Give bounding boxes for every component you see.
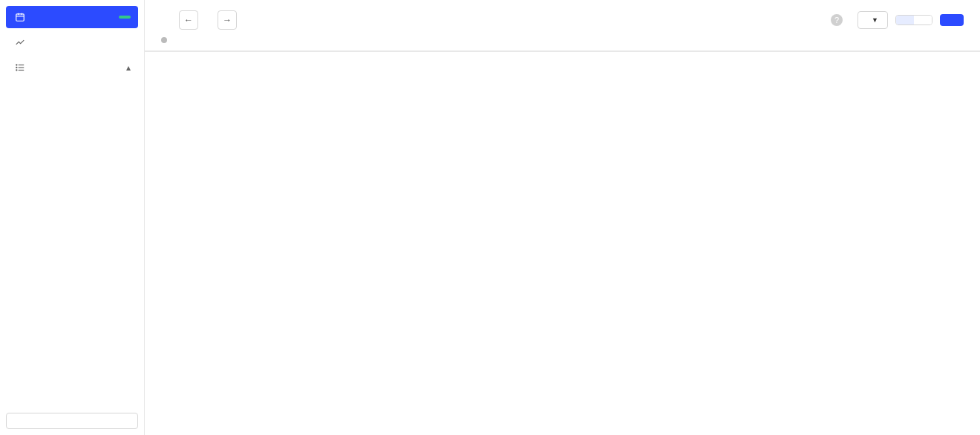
calendar-icon [13,12,27,22]
month-view-button[interactable] [914,16,932,24]
view-toggle [895,15,932,25]
sidebar: ▴ [0,0,145,435]
chevron-down-icon: ▼ [872,16,878,24]
beta-badge [119,16,131,19]
calendar-grid [145,52,980,435]
sidebar-item-queues[interactable]: ▴ [6,56,138,79]
manage-channels-button[interactable] [6,413,138,429]
prev-button[interactable]: ← [179,10,198,30]
channels-select[interactable]: ▼ [858,11,888,29]
create-post-button[interactable] [940,14,964,26]
arrow-left-icon: ← [184,15,193,25]
sidebar-item-calendar[interactable] [6,6,138,28]
topbar: ← → ? ▼ [145,0,980,34]
chevron-up-icon: ▴ [126,62,131,73]
svg-point-8 [16,67,17,68]
timezone-label[interactable]: ? [826,14,843,26]
arrow-right-icon: → [223,15,232,25]
sidebar-item-campaigns[interactable] [6,31,138,53]
help-icon: ? [831,14,843,26]
main: ← → ? ▼ [145,0,980,435]
share-feedback-link[interactable] [145,34,980,50]
week-view-button[interactable] [896,16,914,24]
next-button[interactable]: → [218,10,237,30]
trend-icon [13,37,27,48]
svg-point-7 [16,65,17,65]
dot-icon [161,37,167,43]
svg-rect-0 [16,14,24,21]
svg-point-9 [16,70,17,71]
list-icon [13,62,27,73]
